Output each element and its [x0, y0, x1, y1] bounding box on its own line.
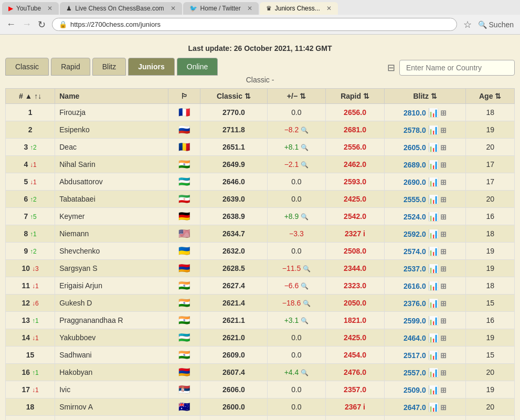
tab-juniors[interactable]: Juniors — [128, 58, 175, 76]
grid-icon[interactable]: ⊞ — [440, 230, 447, 238]
chart-icon[interactable]: 📊 — [428, 351, 439, 360]
chart-icon[interactable]: 📊 — [428, 281, 439, 290]
chart-icon[interactable]: 📊 — [428, 143, 439, 152]
chart-icon[interactable]: 📊 — [428, 212, 439, 221]
search-detail-icon[interactable]: 🔍 — [301, 317, 309, 324]
search-detail-icon[interactable]: 🔍 — [303, 265, 311, 272]
grid-icon[interactable]: ⊞ — [440, 178, 447, 186]
chart-icon[interactable]: 📊 — [428, 195, 439, 204]
chart-icon[interactable]: 📊 — [428, 385, 439, 394]
close-tab-youtube[interactable]: ✕ — [47, 5, 52, 12]
grid-icon[interactable]: ⊞ — [440, 299, 447, 308]
tab-classic[interactable]: Classic — [5, 58, 49, 76]
rank-change: ↓1 — [32, 386, 39, 394]
cell-age: 19 — [466, 381, 515, 398]
chart-icon[interactable]: 📊 — [428, 299, 439, 308]
search-detail-icon[interactable]: 🔍 — [301, 282, 309, 290]
cell-name: Nihal Sarin — [55, 156, 168, 173]
grid-icon[interactable]: ⊞ — [440, 109, 447, 117]
grid-icon[interactable]: ⊞ — [440, 126, 447, 134]
grid-icon[interactable]: ⊞ — [440, 369, 447, 377]
tab-twitter[interactable]: 🐦 Home / Twitter ✕ — [183, 2, 259, 15]
cell-flag: 🇮🇳 — [168, 156, 200, 173]
grid-icon[interactable]: ⊞ — [440, 386, 447, 394]
cell-rapid: 2344.0 — [326, 260, 385, 277]
cell-rapid: 2476.0 — [326, 364, 385, 381]
search-detail-icon[interactable]: 🔍 — [301, 369, 309, 376]
chart-icon[interactable]: 📊 — [428, 403, 439, 412]
chart-icon[interactable]: 📊 — [428, 229, 439, 238]
tab-juniors[interactable]: ♛ Juniors Chess... ✕ — [260, 2, 338, 15]
chart-icon[interactable]: 📊 — [428, 333, 439, 342]
cell-classic: 2600.0 — [200, 398, 268, 416]
search-input[interactable] — [399, 60, 515, 76]
col-diff: +/− ⇅ — [267, 89, 325, 104]
filter-icon[interactable]: ⊟ — [387, 62, 395, 74]
grid-icon[interactable]: ⊞ — [440, 213, 447, 221]
tab-online[interactable]: Online — [177, 58, 218, 76]
search-detail-icon[interactable]: 🔍 — [301, 144, 309, 151]
bookmark-button[interactable]: ☆ — [463, 19, 472, 30]
cell-name: Liang — [55, 416, 168, 421]
search-detail-icon[interactable]: 🔍 — [301, 127, 309, 134]
url-bar[interactable]: 🔒 https://2700chess.com/juniors — [52, 18, 457, 31]
rank-number: 16 — [22, 368, 30, 376]
grid-icon[interactable]: ⊞ — [440, 282, 447, 290]
browser-search-button[interactable]: 🔍 Suchen — [478, 20, 514, 29]
close-tab-twitter[interactable]: ✕ — [247, 5, 252, 12]
chart-icon[interactable]: 📊 — [428, 316, 439, 325]
cell-name: Shevchenko — [55, 243, 168, 260]
cell-rapid: 2656.0 — [326, 104, 385, 121]
search-detail-icon[interactable]: 🔍 — [301, 161, 309, 169]
reload-button[interactable]: ↻ — [38, 19, 46, 30]
grid-icon[interactable]: ⊞ — [440, 317, 447, 325]
tab-blitz[interactable]: Blitz — [92, 58, 126, 76]
grid-icon[interactable]: ⊞ — [440, 161, 447, 169]
tab-rapid[interactable]: Rapid — [51, 58, 90, 76]
grid-icon[interactable]: ⊞ — [440, 265, 447, 273]
table-row: 8 ↑1Niemann🇺🇸2634.7−3.32327 i2592.0 📊 ⊞1… — [6, 225, 515, 243]
tab-chessbase[interactable]: ♟ Live Chess On ChessBase.com ✕ — [60, 2, 182, 15]
rank-number: 5 — [24, 177, 28, 186]
grid-icon[interactable]: ⊞ — [440, 195, 447, 204]
back-button[interactable]: ← — [6, 19, 16, 30]
cell-classic: 2590.0 — [200, 416, 268, 421]
chart-icon[interactable]: 📊 — [428, 160, 439, 169]
cell-age: 20 — [466, 139, 515, 156]
grid-icon[interactable]: ⊞ — [440, 351, 447, 360]
cell-age: 18 — [466, 277, 515, 295]
table-row: 5 ↓1Abdusattorov🇺🇿2646.00.02593.02690.0 … — [6, 173, 515, 191]
cell-diff: −18.6 🔍 — [267, 295, 325, 312]
chart-icon[interactable]: 📊 — [428, 247, 439, 256]
tab-youtube[interactable]: ▶ YouTube ✕ — [2, 2, 59, 15]
cell-rapid: 1821.0 — [326, 312, 385, 329]
cell-rank: 7 ↑5 — [6, 208, 55, 225]
grid-icon[interactable]: ⊞ — [440, 403, 447, 412]
chart-icon[interactable]: 📊 — [428, 177, 439, 186]
rank-number: 2 — [28, 125, 33, 134]
cell-rapid: 2323.0 — [326, 277, 385, 295]
search-detail-icon[interactable]: 🔍 — [303, 300, 311, 307]
twitter-favicon: 🐦 — [189, 5, 197, 12]
close-tab-juniors[interactable]: ✕ — [326, 5, 332, 12]
cell-diff: 0.0 — [267, 346, 325, 364]
chart-icon[interactable]: 📊 — [428, 368, 439, 377]
grid-icon[interactable]: ⊞ — [440, 334, 447, 342]
cell-name: Yakubboev — [55, 329, 168, 346]
tabs-group: Classic Rapid Blitz Juniors Online — [5, 58, 218, 76]
grid-icon[interactable]: ⊞ — [440, 143, 447, 152]
cell-flag: 🇮🇳 — [168, 295, 200, 312]
chart-icon[interactable]: 📊 — [428, 264, 439, 273]
cell-diff: +8.1 🔍 — [267, 139, 325, 156]
close-tab-chessbase[interactable]: ✕ — [171, 5, 176, 12]
search-detail-icon[interactable]: 🔍 — [301, 213, 309, 220]
chart-icon[interactable]: 📊 — [428, 108, 439, 117]
chart-icon[interactable]: 📊 — [428, 125, 439, 134]
grid-icon[interactable]: ⊞ — [440, 247, 447, 256]
filter-row: ⊟ — [387, 60, 515, 76]
cell-diff: 0.0 — [267, 329, 325, 346]
forward-button[interactable]: → — [22, 19, 31, 30]
cell-age: 19 — [466, 121, 515, 139]
cell-name: Niemann — [55, 225, 168, 243]
rank-number: 8 — [24, 229, 28, 238]
